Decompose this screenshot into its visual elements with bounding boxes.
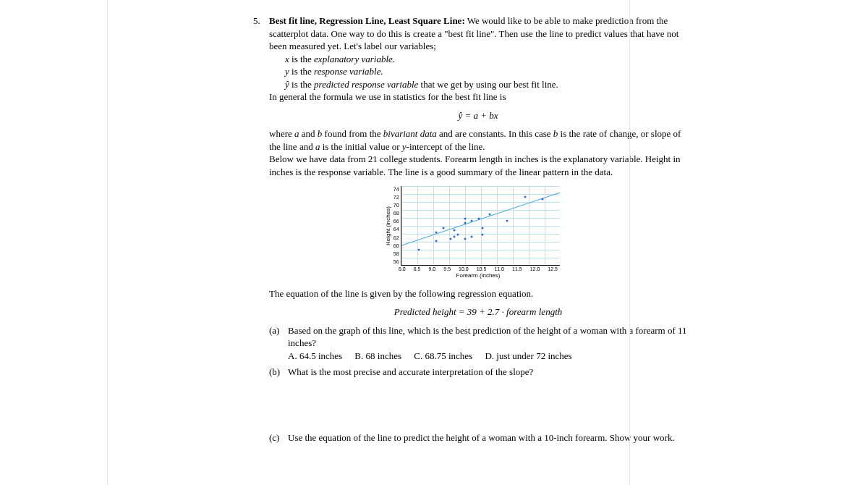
svg-line-0 [401, 193, 560, 245]
question-body: Best fit line, Regression Line, Least Sq… [269, 14, 687, 444]
var-x-mid: is the [289, 54, 314, 64]
part-b-letter: (b) [269, 366, 288, 379]
data-paragraph: Below we have data from 21 college stude… [269, 153, 687, 178]
x-axis-ticks: 8.08.59.09.510.010.511.011.512.012.5 [399, 266, 558, 272]
p2-em: bivariant data [383, 128, 437, 139]
var-yhat-em: predicted response variable [314, 79, 418, 90]
p2g: -intercept of the line. [407, 141, 485, 152]
var-yhat-mid: is the [289, 79, 314, 90]
p2a: where [269, 128, 294, 139]
part-a-choices: A. 64.5 inches B. 68 inches C. 68.75 inc… [288, 350, 687, 363]
var-x-em: explanatory variable. [314, 54, 395, 64]
var-yhat-post: that we get by using our best fit line. [418, 79, 558, 90]
document-page: 5. Best fit line, Regression Line, Least… [109, 0, 760, 473]
y-axis-ticks: 74727068666462605856 [393, 186, 401, 266]
margin-line-right [629, 0, 630, 473]
question-title: Best fit line, Regression Line, Least Sq… [269, 15, 465, 26]
var-x-line: x is the explanatory variable. [269, 53, 687, 66]
part-b-text: What is the most precise and accurate in… [288, 366, 687, 379]
formula-intro: In general the formula we use in statist… [269, 90, 687, 104]
p2c: found from the [322, 128, 383, 139]
var-y-em: response variable. [314, 66, 383, 77]
equation-intro: The equation of the line is given by the… [269, 287, 687, 300]
part-a-text: Based on the graph of this line, which i… [288, 324, 687, 350]
scatter-chart: Height (inches) 74727068666462605856 8.0… [269, 186, 687, 280]
choice-b: B. 68 inches [354, 350, 401, 361]
var-yhat-line: ŷ is the predicted response variable tha… [269, 78, 687, 91]
plot-grid [401, 186, 560, 266]
var-y-mid: is the [289, 66, 314, 77]
p2f: is the initial value or [320, 141, 401, 152]
part-c-letter: (c) [269, 431, 288, 444]
work-space-b [269, 378, 687, 429]
choice-c: C. 68.75 inches [414, 350, 472, 361]
part-b: (b) What is the most precise and accurat… [269, 366, 687, 379]
part-c: (c) Use the equation of the line to pred… [269, 431, 687, 444]
var-y-line: y is the response variable. [269, 65, 687, 78]
margin-line-left [107, 0, 108, 473]
part-a-letter: (a) [269, 324, 288, 363]
y-axis-label: Height (inches) [384, 186, 393, 266]
fit-line-svg [401, 186, 560, 266]
choice-d: D. just under 72 inches [485, 350, 571, 361]
part-c-text: Use the equation of the line to predict … [288, 431, 687, 444]
formula: ŷ = a + bx [269, 109, 687, 122]
constants-paragraph: where a and b found from the bivariant d… [269, 127, 687, 153]
regression-equation: Predicted height = 39 + 2.7 · forearm le… [269, 305, 687, 319]
question-5: 5. Best fit line, Regression Line, Least… [253, 14, 687, 444]
p2b: and [299, 128, 318, 139]
question-number: 5. [253, 14, 269, 444]
x-axis-label: Forearm (inches) [399, 272, 558, 280]
p2d: and are constants. In this case [437, 128, 553, 139]
choice-a: A. 64.5 inches [288, 350, 342, 361]
part-a: (a) Based on the graph of this line, whi… [269, 324, 687, 363]
